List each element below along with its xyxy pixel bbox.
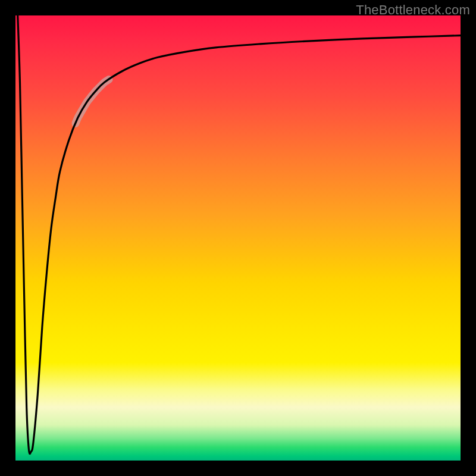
curve-svg [15, 15, 461, 461]
chart-stage: TheBottleneck.com [0, 0, 476, 476]
bottleneck-curve [18, 15, 461, 454]
curve-highlight [76, 80, 109, 124]
plot-area [15, 15, 461, 461]
